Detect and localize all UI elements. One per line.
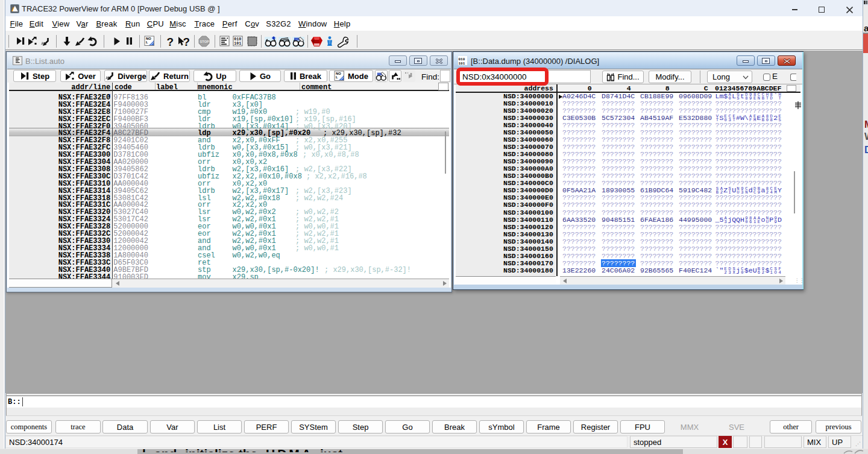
svg-text:?: ?: [167, 36, 174, 47]
svg-text:?: ?: [183, 36, 190, 47]
svg-text:L: L: [146, 40, 148, 44]
svg-text:101: 101: [234, 42, 241, 46]
svg-text:101: 101: [459, 61, 465, 66]
svg-text:010: 010: [459, 57, 465, 61]
svg-text:L: L: [336, 75, 338, 79]
svg-text:STOP: STOP: [200, 40, 209, 43]
